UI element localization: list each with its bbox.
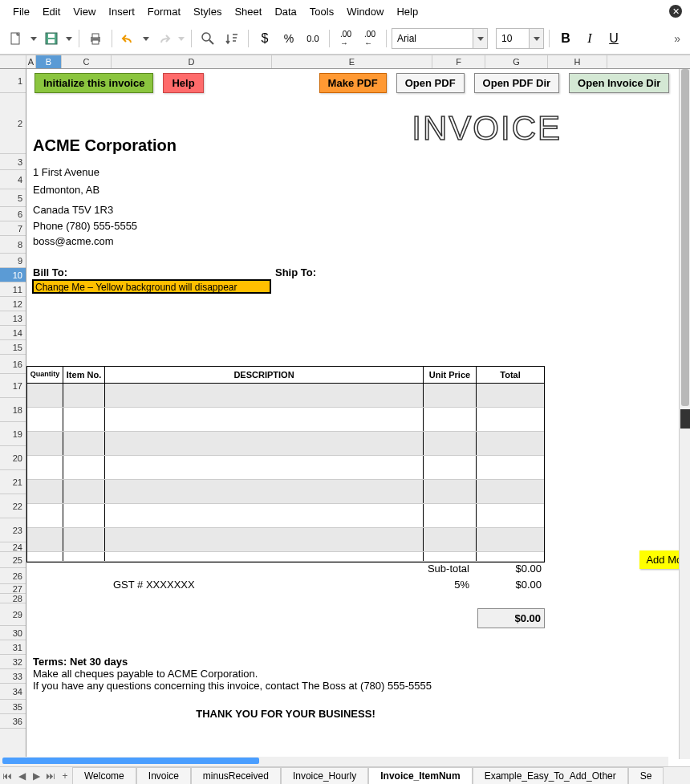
menu-file[interactable]: File [6, 2, 36, 21]
next-sheet-icon[interactable]: ▶ [29, 770, 43, 782]
table-row[interactable] [27, 528, 544, 552]
bill-to-input-cell[interactable]: Change Me – Yellow background will disap… [32, 279, 271, 294]
sheet-content[interactable]: Initialize this invoice Help Make PDF Op… [26, 69, 690, 770]
row-header-36[interactable]: 36 [0, 714, 26, 729]
row-header-31[interactable]: 31 [0, 640, 26, 655]
row-header-2[interactable]: 2 [0, 93, 26, 154]
dropdown-arrow-icon[interactable] [64, 27, 74, 50]
menu-window[interactable]: Window [340, 2, 390, 21]
row-header-32[interactable]: 32 [0, 655, 26, 669]
menu-data[interactable]: Data [268, 2, 302, 21]
last-sheet-icon[interactable]: ⏭ [43, 770, 58, 782]
tab-minus-received[interactable]: minusReceived [191, 767, 281, 785]
row-header-19[interactable]: 19 [0, 422, 26, 446]
row-header-27[interactable]: 27 [0, 584, 26, 594]
row-header-12[interactable]: 12 [0, 297, 26, 311]
menu-tools[interactable]: Tools [303, 2, 340, 21]
currency-icon[interactable]: $ [254, 27, 276, 50]
row-header-33[interactable]: 33 [0, 669, 26, 684]
col-header-f[interactable]: F [432, 55, 485, 68]
tab-example[interactable]: Example_Easy_To_Add_Other [473, 767, 628, 785]
dropdown-arrow-icon[interactable] [177, 27, 186, 50]
col-header-h[interactable]: H [548, 55, 607, 68]
row-header-14[interactable]: 14 [0, 326, 26, 340]
table-row[interactable] [27, 432, 544, 456]
scrollbar-thumb[interactable] [681, 69, 689, 406]
add-sheet-icon[interactable]: + [58, 770, 72, 782]
chevron-down-icon[interactable] [529, 29, 543, 48]
open-invoice-dir-button[interactable]: Open Invoice Dir [569, 73, 669, 93]
row-header-22[interactable]: 22 [0, 494, 26, 518]
initialize-button[interactable]: Initialize this invoice [34, 73, 153, 93]
menu-sheet[interactable]: Sheet [228, 2, 268, 21]
sidebar-toggle-icon[interactable] [680, 409, 690, 429]
row-header-5[interactable]: 5 [0, 189, 26, 207]
italic-icon[interactable]: I [578, 27, 601, 50]
row-header-13[interactable]: 13 [0, 311, 26, 326]
row-header-6[interactable]: 6 [0, 207, 26, 221]
find-icon[interactable] [197, 27, 219, 50]
sort-icon[interactable] [221, 27, 243, 50]
underline-icon[interactable]: U [603, 27, 625, 50]
row-header-21[interactable]: 21 [0, 470, 26, 494]
col-header-a[interactable]: A [26, 55, 36, 68]
row-header-9[interactable]: 9 [0, 254, 26, 268]
menu-help[interactable]: Help [390, 2, 424, 21]
scrollbar-thumb[interactable] [2, 758, 259, 764]
row-header-29[interactable]: 29 [0, 603, 26, 626]
row-header-30[interactable]: 30 [0, 626, 26, 640]
col-header-d[interactable]: D [112, 55, 272, 68]
table-row[interactable] [27, 384, 544, 408]
menu-styles[interactable]: Styles [187, 2, 228, 21]
help-button[interactable]: Help [163, 73, 203, 93]
font-name-input[interactable] [392, 29, 473, 48]
row-header-23[interactable]: 23 [0, 518, 26, 542]
row-header-16[interactable]: 16 [0, 355, 26, 374]
row-header-3[interactable]: 3 [0, 154, 26, 170]
row-header-10[interactable]: 10 [0, 268, 26, 282]
bold-icon[interactable]: B [554, 27, 577, 50]
open-pdf-dir-button[interactable]: Open PDF Dir [474, 73, 560, 93]
add-decimal-icon[interactable]: .00→ [335, 27, 357, 50]
toolbar-overflow-icon[interactable]: » [674, 32, 685, 45]
row-header-18[interactable]: 18 [0, 398, 26, 422]
horizontal-scrollbar[interactable] [2, 757, 668, 766]
font-size-select[interactable] [496, 28, 544, 49]
dropdown-arrow-icon[interactable] [29, 27, 39, 50]
row-header-25[interactable]: 25 [0, 552, 26, 568]
font-size-input[interactable] [497, 29, 529, 48]
row-header-7[interactable]: 7 [0, 221, 26, 236]
menu-format[interactable]: Format [141, 2, 187, 21]
first-sheet-icon[interactable]: ⏮ [0, 770, 14, 782]
print-icon[interactable] [84, 27, 107, 50]
font-name-select[interactable] [392, 28, 488, 49]
row-header-8[interactable]: 8 [0, 236, 26, 254]
row-header-26[interactable]: 26 [0, 568, 26, 584]
select-all-corner[interactable] [0, 55, 26, 68]
menu-edit[interactable]: Edit [36, 2, 67, 21]
row-header-20[interactable]: 20 [0, 446, 26, 470]
number-format-icon[interactable]: 0.0 [302, 27, 324, 50]
save-icon[interactable] [40, 27, 63, 50]
tab-invoice-hourly[interactable]: Invoice_Hourly [281, 767, 368, 785]
row-header-34[interactable]: 34 [0, 684, 26, 700]
tab-invoice-itemnum[interactable]: Invoice_ItemNum [368, 767, 472, 785]
undo-icon[interactable] [117, 27, 140, 50]
table-row[interactable] [27, 456, 544, 480]
prev-sheet-icon[interactable]: ◀ [14, 770, 29, 782]
tab-invoice[interactable]: Invoice [136, 767, 191, 785]
table-row[interactable] [27, 408, 544, 432]
row-header-11[interactable]: 11 [0, 282, 26, 297]
row-header-28[interactable]: 28 [0, 594, 26, 603]
redo-icon[interactable] [152, 27, 175, 50]
open-pdf-button[interactable]: Open PDF [396, 73, 465, 93]
row-header-17[interactable]: 17 [0, 374, 26, 398]
percent-icon[interactable]: % [278, 27, 300, 50]
col-header-c[interactable]: C [62, 55, 112, 68]
remove-decimal-icon[interactable]: .00← [359, 27, 381, 50]
table-row[interactable] [27, 480, 544, 504]
col-header-b[interactable]: B [36, 55, 62, 68]
row-header-1[interactable]: 1 [0, 69, 26, 93]
tab-se[interactable]: Se [628, 767, 664, 785]
dropdown-arrow-icon[interactable] [141, 27, 151, 50]
